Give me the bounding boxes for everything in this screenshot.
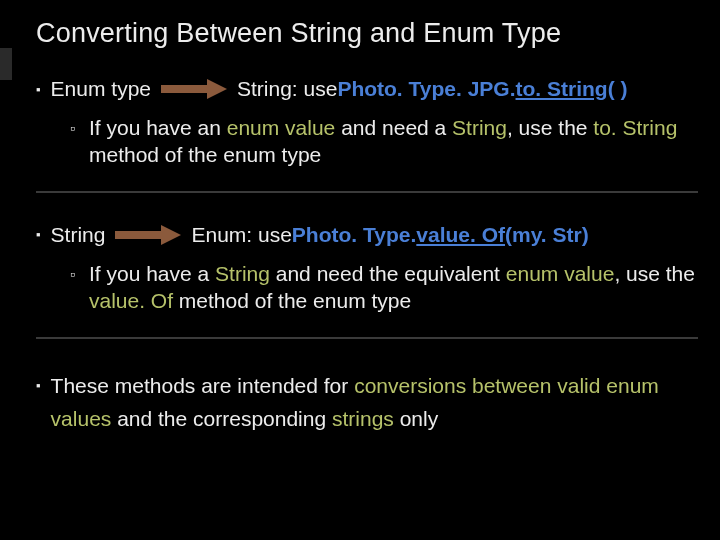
bullet1-code-u: to. String	[516, 77, 608, 101]
sub1-text: If you have an enum value and need a Str…	[89, 115, 698, 169]
divider-2	[36, 337, 698, 339]
bullet-string-to-enum: ▪ String Enum: use Photo. Type. value. O…	[36, 223, 698, 247]
s1-m1: and need a	[335, 116, 452, 139]
bullet1-code-tail: ( )	[608, 77, 628, 101]
s1-tail: method of the enum type	[89, 143, 321, 166]
bullet-icon: ▪	[36, 82, 41, 97]
sub-bullet-2: ▫ If you have a String and need the equi…	[70, 261, 698, 315]
arrow-right-icon	[115, 225, 181, 245]
svg-rect-0	[161, 85, 207, 93]
bullet2-code-tail: (my. Str)	[505, 223, 589, 247]
bullet2-code-u: value. Of	[416, 223, 505, 247]
bullet3-text: These methods are intended for conversio…	[51, 369, 698, 436]
svg-marker-1	[207, 79, 227, 99]
s2-tail: method of the enum type	[173, 289, 411, 312]
s1-o1: enum value	[227, 116, 336, 139]
side-tab	[0, 48, 12, 80]
s1-o3: to. String	[593, 116, 677, 139]
s1-m2: , use the	[507, 116, 593, 139]
bullet1-right-pre: String: use	[237, 77, 337, 101]
s2-o2: enum value	[506, 262, 615, 285]
s1-o2: String	[452, 116, 507, 139]
bullet1-code: Photo. Type. JPG.	[337, 77, 515, 101]
bullet1-left: Enum type	[51, 77, 151, 101]
bullet2-code: Photo. Type.	[292, 223, 416, 247]
bullet2-right-pre: Enum: use	[191, 223, 291, 247]
b3-mid: and the corresponding	[111, 407, 332, 430]
divider-1	[36, 191, 698, 193]
s2-o1: String	[215, 262, 270, 285]
s2-pre: If you have a	[89, 262, 215, 285]
s2-m1: and need the equivalent	[270, 262, 506, 285]
bullet-note: ▪ These methods are intended for convers…	[36, 369, 698, 436]
arrow-right-icon	[161, 79, 227, 99]
s2-o3: value. Of	[89, 289, 173, 312]
bullet2-left: String	[51, 223, 106, 247]
b3-o2: strings	[332, 407, 394, 430]
s2-m2: , use the	[614, 262, 695, 285]
sub-bullet-icon: ▫	[70, 261, 75, 287]
sub-bullet-icon: ▫	[70, 115, 75, 141]
bullet-enum-to-string: ▪ Enum type String: use Photo. Type. JPG…	[36, 77, 698, 101]
s1-pre: If you have an	[89, 116, 227, 139]
b3-pre: These methods are intended for	[51, 374, 355, 397]
sub2-text: If you have a String and need the equiva…	[89, 261, 698, 315]
sub-bullet-1: ▫ If you have an enum value and need a S…	[70, 115, 698, 169]
svg-marker-3	[161, 225, 181, 245]
slide: Converting Between String and Enum Type …	[0, 0, 720, 540]
b3-tail: only	[394, 407, 438, 430]
slide-title: Converting Between String and Enum Type	[36, 18, 698, 49]
svg-rect-2	[115, 231, 161, 239]
bullet-icon: ▪	[36, 369, 41, 403]
bullet-icon: ▪	[36, 227, 41, 242]
